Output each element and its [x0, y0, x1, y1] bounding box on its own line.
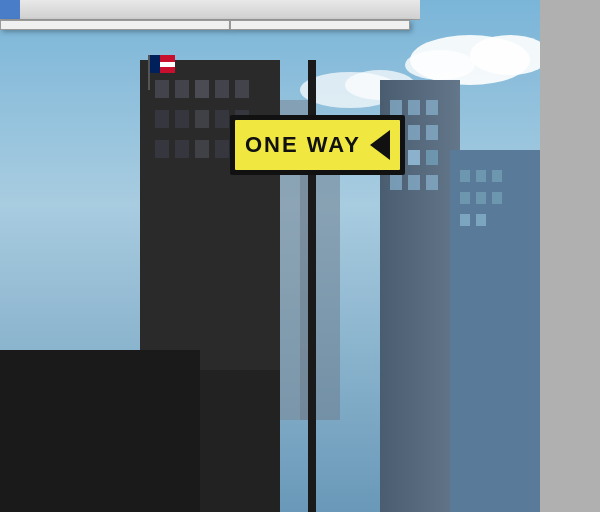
menu-bar: [0, 0, 420, 20]
menu-bar-edit-title[interactable]: [0, 0, 20, 19]
transform-submenu: [230, 20, 410, 30]
edit-menu: [0, 20, 230, 30]
right-panel: [540, 0, 600, 512]
background-image: [0, 0, 600, 512]
